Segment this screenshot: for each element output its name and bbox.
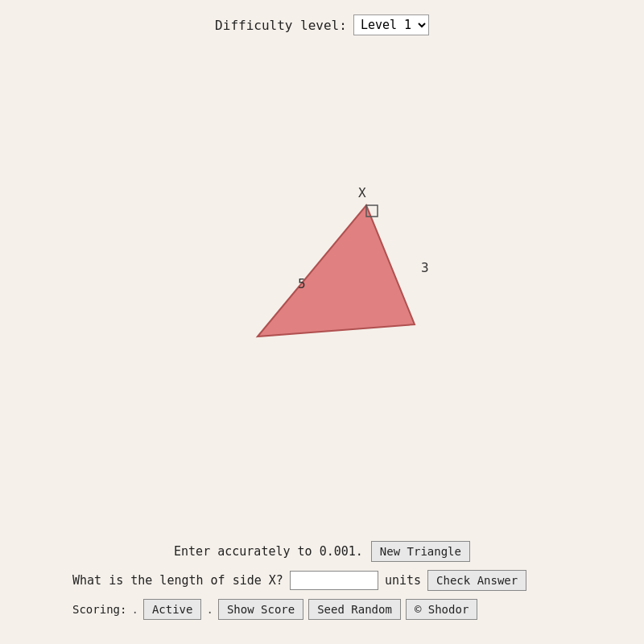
triangle-svg: X 5 3 <box>185 171 459 413</box>
dot2: . <box>206 603 213 616</box>
label-3: 3 <box>421 260 429 275</box>
difficulty-select[interactable]: Level 1 Level 2 Level 3 Level 4 Level 5 <box>353 14 429 35</box>
header: Difficulty level: Level 1 Level 2 Level … <box>0 0 644 43</box>
question-text: What is the length of side X? <box>72 573 283 588</box>
check-answer-button[interactable]: Check Answer <box>427 570 526 591</box>
show-score-button[interactable]: Show Score <box>218 599 303 620</box>
accuracy-text: Enter accurately to 0.001. <box>174 544 363 559</box>
units-text: units <box>385 573 421 588</box>
label-5: 5 <box>298 276 306 291</box>
label-x: X <box>358 185 366 200</box>
answer-input[interactable] <box>290 571 378 590</box>
new-triangle-button[interactable]: New Triangle <box>371 541 470 562</box>
canvas-area: X 5 3 <box>0 43 644 541</box>
scoring-label: Scoring: <box>72 603 126 616</box>
bottom-panel: Enter accurately to 0.001. New Triangle … <box>0 541 644 644</box>
app-container: Difficulty level: Level 1 Level 2 Level … <box>0 0 644 644</box>
seed-random-button[interactable]: Seed Random <box>308 599 401 620</box>
difficulty-label: Difficulty level: <box>215 18 347 33</box>
shodor-button[interactable]: © Shodor <box>406 599 477 620</box>
instructions-row: Enter accurately to 0.001. New Triangle <box>48 541 596 562</box>
triangle-shape <box>258 205 415 336</box>
scoring-row: Scoring: . Active . Show Score Seed Rand… <box>48 599 596 620</box>
question-row: What is the length of side X? units Chec… <box>48 570 596 591</box>
active-button[interactable]: Active <box>143 599 202 620</box>
dot1: . <box>131 603 138 616</box>
